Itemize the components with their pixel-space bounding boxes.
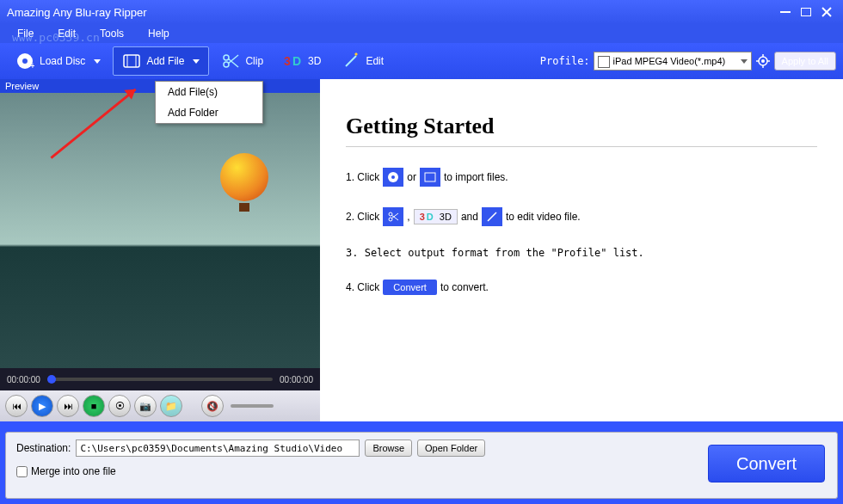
chevron-down-icon — [193, 59, 200, 64]
svg-text:+: + — [30, 61, 34, 71]
svg-point-10 — [224, 55, 229, 60]
time-current: 00:00:00 — [7, 375, 40, 384]
wand-icon — [482, 207, 502, 226]
scissors-icon — [383, 207, 403, 226]
browse-button[interactable]: Browse — [365, 439, 412, 457]
dropdown-add-files[interactable]: Add File(s) — [156, 82, 262, 102]
3d-button[interactable]: 3D 3D — [275, 46, 329, 76]
3d-label: 3D — [308, 55, 321, 67]
convert-label: Convert — [736, 454, 797, 474]
3d-badge: 3D 3D — [414, 209, 458, 224]
step-1: 1. Click or to import files. — [346, 168, 817, 187]
add-file-dropdown: Add File(s) Add Folder — [155, 81, 263, 124]
settings-button[interactable] — [755, 53, 771, 69]
film-icon — [420, 168, 440, 187]
wand-icon — [342, 52, 360, 71]
getting-started-title: Getting Started — [346, 114, 817, 147]
merge-checkbox[interactable] — [16, 466, 28, 477]
step2-text-c: and — [461, 211, 478, 223]
play-button[interactable]: ▶ — [31, 395, 53, 417]
destination-input[interactable] — [76, 439, 360, 457]
maximize-button[interactable] — [797, 4, 815, 20]
merge-row: Merge into one file — [16, 465, 827, 477]
menu-help[interactable]: Help — [136, 26, 182, 41]
menu-edit[interactable]: Edit — [46, 26, 88, 41]
step-2: 2. Click , 3D 3D and to edit video file. — [346, 207, 817, 226]
svg-rect-27 — [425, 173, 435, 181]
merge-label: Merge into one file — [31, 465, 116, 477]
bottom-panel: Destination: Browse Open Folder Merge in… — [5, 432, 838, 499]
svg-rect-0 — [780, 11, 791, 13]
seek-thumb[interactable] — [47, 375, 56, 384]
step-4: 4. Click Convert to convert. — [346, 280, 817, 295]
step2-text-a: 2. Click — [346, 211, 379, 223]
minimize-button[interactable] — [776, 4, 795, 20]
folder-button[interactable]: 📁 — [160, 395, 182, 417]
mute-button[interactable]: 🔇 — [201, 395, 224, 417]
step1-text-a: 1. Click — [346, 171, 379, 183]
step-3: 3. Select output format from the "Profil… — [346, 247, 817, 259]
svg-line-16 — [346, 56, 356, 66]
time-bar: 00:00:00 00:00:00 — [0, 368, 320, 390]
edit-label: Edit — [366, 55, 384, 67]
svg-rect-7 — [124, 55, 139, 67]
next-button[interactable]: ⏭ — [57, 395, 79, 417]
gear-icon — [756, 54, 770, 68]
edit-button[interactable]: Edit — [333, 46, 392, 76]
svg-point-11 — [224, 62, 229, 67]
step-button[interactable]: ⦿ — [108, 395, 131, 417]
add-file-label: Add File — [146, 55, 184, 67]
step4-text-b: to convert. — [440, 281, 489, 293]
profile-label: Profile: — [540, 55, 590, 67]
clip-label: Clip — [245, 55, 263, 67]
seek-slider[interactable] — [47, 378, 273, 381]
svg-point-18 — [761, 59, 765, 63]
svg-point-5 — [22, 58, 28, 64]
scissors-icon — [221, 52, 240, 71]
snapshot-button[interactable]: 📷 — [134, 395, 157, 417]
title-bar: Amazing Any Blu-ray Ripper — [0, 0, 843, 24]
step1-text-c: to import files. — [444, 171, 508, 183]
3d-icon: 3D — [284, 52, 303, 71]
getting-started-panel: Getting Started 1. Click or to import fi… — [320, 79, 843, 421]
content-area: Preview 00:00:00 00:00:00 ⏮ ▶ ⏭ ■ ⦿ 📷 📁 … — [0, 79, 843, 421]
time-total: 00:00:00 — [280, 375, 313, 384]
svg-rect-1 — [801, 8, 811, 16]
toolbar: + Load Disc Add File Clip 3D 3D Edit Pro… — [0, 43, 843, 79]
menu-bar: File Edit Tools Help — [0, 24, 843, 43]
add-file-button[interactable]: Add File — [113, 46, 209, 76]
step4-text-a: 4. Click — [346, 281, 379, 293]
svg-text:3: 3 — [284, 54, 291, 68]
close-button[interactable] — [817, 4, 836, 20]
apply-to-all-button[interactable]: Apply to All — [774, 52, 836, 71]
convert-inline-badge: Convert — [383, 280, 437, 295]
disc-icon — [383, 168, 403, 187]
disc-icon: + — [15, 52, 34, 71]
step1-text-b: or — [407, 171, 416, 183]
film-icon — [122, 52, 141, 71]
svg-point-26 — [391, 175, 395, 179]
stop-button[interactable]: ■ — [83, 395, 105, 417]
playback-controls: ⏮ ▶ ⏭ ■ ⦿ 📷 📁 🔇 — [0, 390, 320, 421]
load-disc-label: Load Disc — [40, 55, 85, 67]
chevron-down-icon — [94, 59, 101, 64]
open-folder-button[interactable]: Open Folder — [417, 439, 485, 457]
convert-button[interactable]: Convert — [708, 445, 825, 482]
volume-slider[interactable] — [231, 404, 274, 408]
step2-text-d: to edit video file. — [506, 211, 581, 223]
load-disc-button[interactable]: + Load Disc — [7, 46, 109, 76]
window-title: Amazing Any Blu-ray Ripper — [7, 6, 774, 19]
destination-label: Destination: — [16, 442, 71, 454]
menu-file[interactable]: File — [5, 26, 46, 41]
preview-image-balloon — [220, 153, 268, 213]
step2-text-b: , — [407, 211, 409, 223]
svg-line-32 — [488, 212, 496, 221]
apply-to-all-label: Apply to All — [782, 56, 828, 66]
svg-text:D: D — [292, 54, 301, 68]
destination-row: Destination: Browse Open Folder — [16, 439, 827, 457]
dropdown-add-folder[interactable]: Add Folder — [156, 102, 262, 123]
clip-button[interactable]: Clip — [212, 46, 272, 76]
profile-select[interactable]: iPad MPEG4 Video(*.mp4) — [594, 52, 752, 71]
prev-button[interactable]: ⏮ — [5, 395, 28, 417]
menu-tools[interactable]: Tools — [88, 26, 136, 41]
